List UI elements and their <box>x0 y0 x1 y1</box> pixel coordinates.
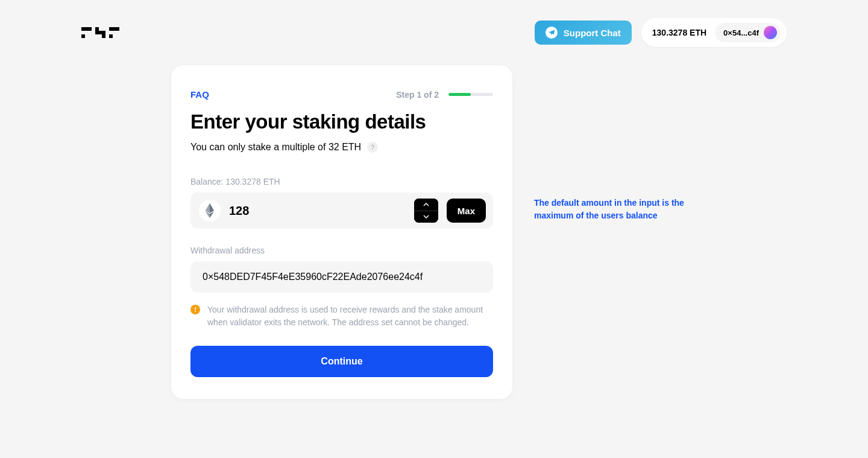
step-label: Step 1 of 2 <box>396 90 439 100</box>
progress-bar <box>448 93 493 96</box>
main-container: FAQ Step 1 of 2 Enter your staking detai… <box>0 65 868 399</box>
logo-svg <box>81 27 139 38</box>
svg-rect-0 <box>81 27 92 31</box>
card-header: FAQ Step 1 of 2 <box>190 89 493 100</box>
help-icon[interactable]: ? <box>367 142 378 153</box>
svg-rect-5 <box>109 27 119 31</box>
wallet-address-badge[interactable]: 0×54...c4f <box>715 23 781 42</box>
warning-icon: ! <box>190 305 200 314</box>
subtitle-text: You can only stake a multiple of 32 ETH <box>190 142 361 153</box>
progress-fill <box>448 93 471 96</box>
amount-input-wrapper: Max <box>190 192 493 229</box>
svg-rect-2 <box>95 27 99 31</box>
wallet-avatar <box>764 26 777 39</box>
wallet-info[interactable]: 130.3278 ETH 0×54...c4f <box>641 18 787 47</box>
withdrawal-address-input[interactable] <box>190 261 493 293</box>
max-button[interactable]: Max <box>447 199 486 223</box>
chevron-down-icon <box>423 215 429 218</box>
withdrawal-label: Withdrawal address <box>190 246 493 255</box>
wallet-address-short: 0×54...c4f <box>723 28 759 37</box>
svg-rect-1 <box>81 34 85 38</box>
support-chat-button[interactable]: Support Chat <box>535 21 632 45</box>
wallet-balance: 130.3278 ETH <box>652 28 706 37</box>
svg-rect-6 <box>109 34 113 38</box>
chevron-up-icon <box>423 203 429 206</box>
svg-rect-4 <box>102 34 105 38</box>
app-header: Support Chat 130.3278 ETH 0×54...c4f <box>0 0 868 65</box>
page-title: Enter your staking details <box>190 110 493 133</box>
info-text: Your withdrawal address is used to recei… <box>207 304 493 329</box>
support-chat-label: Support Chat <box>564 28 621 38</box>
balance-label: Balance: 130.3278 ETH <box>190 177 493 186</box>
subtitle-row: You can only stake a multiple of 32 ETH … <box>190 142 493 153</box>
amount-stepper <box>414 199 438 223</box>
staking-card: FAQ Step 1 of 2 Enter your staking detai… <box>171 65 512 399</box>
header-right: Support Chat 130.3278 ETH 0×54...c4f <box>535 18 787 47</box>
annotation-text: The default amount in the input is the m… <box>534 197 697 222</box>
stepper-up-button[interactable] <box>414 199 438 211</box>
stepper-down-button[interactable] <box>414 211 438 223</box>
telegram-icon <box>546 27 558 39</box>
step-indicator: Step 1 of 2 <box>396 90 493 100</box>
ethereum-icon <box>199 200 221 221</box>
info-row: ! Your withdrawal address is used to rec… <box>190 304 493 329</box>
amount-input[interactable] <box>229 204 406 218</box>
continue-button[interactable]: Continue <box>190 346 493 377</box>
faq-link[interactable]: FAQ <box>190 89 209 100</box>
p2p-logo[interactable] <box>81 27 139 38</box>
svg-rect-3 <box>95 31 105 34</box>
